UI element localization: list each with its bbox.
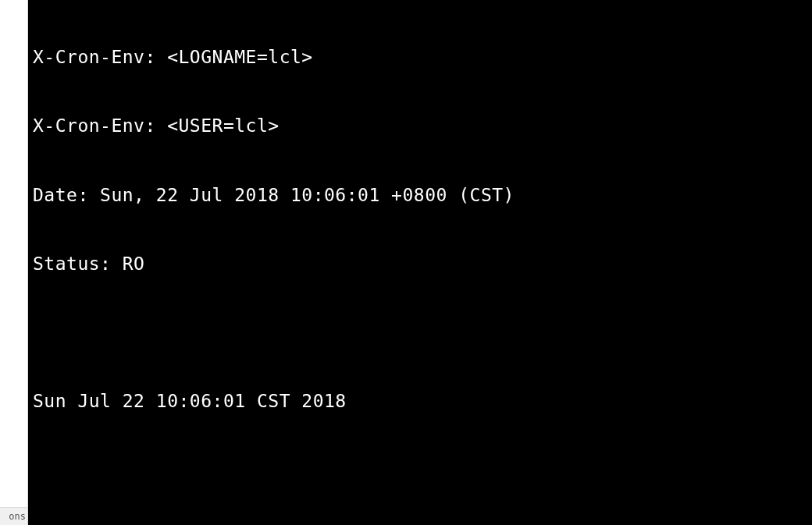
terminal-line: X-Cron-Env: <USER=lcl> — [33, 115, 807, 137]
terminal-blank-line — [33, 459, 807, 482]
terminal-line: Sun Jul 22 10:06:01 CST 2018 — [33, 390, 807, 413]
left-sidebar: ons — [0, 0, 28, 525]
sidebar-top-area — [0, 0, 27, 507]
terminal-line: Status: RO — [33, 253, 807, 275]
terminal-output[interactable]: X-Cron-Env: <LOGNAME=lcl> X-Cron-Env: <U… — [28, 0, 812, 525]
sidebar-label: ons — [0, 507, 27, 525]
terminal-blank-line — [33, 321, 807, 344]
terminal-line: X-Cron-Env: <LOGNAME=lcl> — [33, 46, 807, 69]
terminal-line: Date: Sun, 22 Jul 2018 10:06:01 +0800 (C… — [33, 184, 807, 207]
